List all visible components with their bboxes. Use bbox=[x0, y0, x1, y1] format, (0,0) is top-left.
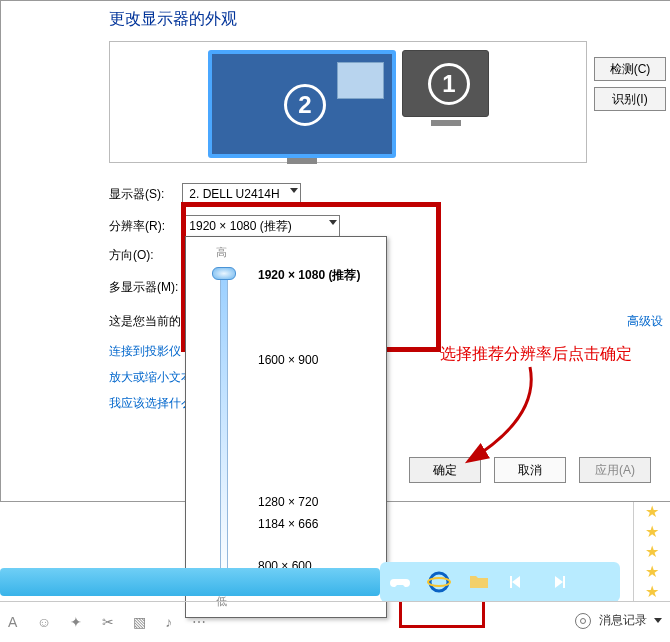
resolution-option[interactable]: 1184 × 666 bbox=[258, 517, 318, 531]
multi-display-label: 多显示器(M): bbox=[109, 279, 189, 296]
font-tool[interactable]: A bbox=[8, 614, 17, 630]
slider-thumb[interactable] bbox=[212, 267, 236, 280]
svg-rect-2 bbox=[510, 576, 512, 588]
star-icon[interactable]: ★ bbox=[634, 562, 670, 582]
monitor-2-preview[interactable]: 2 bbox=[208, 50, 396, 158]
orientation-label: 方向(O): bbox=[109, 247, 179, 264]
folder-icon[interactable] bbox=[467, 570, 491, 594]
resolution-dropdown[interactable]: 高 低 1920 × 1080 (推荐)1600 × 9001280 × 720… bbox=[185, 236, 387, 618]
more-tool[interactable]: ⋯ bbox=[192, 614, 206, 630]
detect-button[interactable]: 检测(C) bbox=[594, 57, 666, 81]
next-icon[interactable] bbox=[545, 570, 569, 594]
advanced-settings-link[interactable]: 高级设 bbox=[627, 313, 663, 330]
monitor-2-wallpaper-thumb bbox=[337, 62, 384, 99]
which-settings-link[interactable]: 我应该选择什么 bbox=[109, 395, 193, 412]
monitor-arrange-area[interactable]: 2 1 检测(C) 识别(I) bbox=[109, 41, 587, 163]
display-label: 显示器(S): bbox=[109, 186, 179, 203]
chat-toolbar: A ☺ ✦ ✂ ▧ ♪ ⋯ 消息记录 bbox=[0, 601, 670, 642]
resolution-combo-value: 1920 × 1080 (推荐) bbox=[189, 219, 291, 233]
message-log-label: 消息记录 bbox=[599, 613, 647, 627]
star-icon[interactable]: ★ bbox=[634, 502, 670, 522]
resolution-label: 分辨率(R): bbox=[109, 218, 179, 235]
svg-point-0 bbox=[430, 573, 448, 591]
cancel-button[interactable]: 取消 bbox=[494, 457, 566, 483]
display-row: 显示器(S): 2. DELL U2414H bbox=[109, 183, 301, 205]
svg-rect-3 bbox=[563, 576, 565, 588]
star-icon[interactable]: ★ bbox=[634, 542, 670, 562]
primary-display-note: 这是您当前的主 bbox=[109, 313, 193, 330]
gift-tool[interactable]: ✦ bbox=[70, 614, 82, 630]
resolution-row: 分辨率(R): 1920 × 1080 (推荐) bbox=[109, 215, 340, 237]
prev-icon[interactable] bbox=[506, 570, 530, 594]
monitor-2-number: 2 bbox=[284, 84, 326, 126]
apply-button[interactable]: 应用(A) bbox=[579, 457, 651, 483]
chevron-down-icon bbox=[290, 188, 298, 193]
chevron-down-icon bbox=[654, 618, 662, 623]
resolution-option[interactable]: 1600 × 900 bbox=[258, 353, 318, 367]
favorites-star-column: ★ ★ ★ ★ ★ bbox=[633, 502, 670, 602]
resolution-slider[interactable]: 高 低 bbox=[194, 245, 249, 609]
taskbar-blue-strip bbox=[0, 568, 380, 596]
taskbar-icon-group bbox=[380, 562, 620, 602]
multi-display-row: 多显示器(M): bbox=[109, 279, 189, 296]
screenshot-tool[interactable]: ✂ bbox=[102, 614, 114, 630]
star-icon[interactable]: ★ bbox=[634, 582, 670, 602]
ie-icon[interactable] bbox=[427, 570, 451, 594]
connect-projector-link[interactable]: 连接到投影仪 ( bbox=[109, 343, 188, 360]
taskbar bbox=[0, 562, 670, 602]
display-combo[interactable]: 2. DELL U2414H bbox=[182, 183, 300, 205]
image-tool[interactable]: ▧ bbox=[133, 614, 146, 630]
monitor-1-preview[interactable]: 1 bbox=[402, 50, 489, 117]
gear-icon bbox=[575, 613, 591, 629]
slider-track[interactable] bbox=[220, 269, 228, 585]
monitor-1-number: 1 bbox=[428, 63, 470, 105]
star-icon[interactable]: ★ bbox=[634, 522, 670, 542]
music-tool[interactable]: ♪ bbox=[165, 614, 172, 630]
slider-high-label: 高 bbox=[194, 245, 249, 260]
message-log-button[interactable]: 消息记录 bbox=[575, 612, 662, 629]
identify-button[interactable]: 识别(I) bbox=[594, 87, 666, 111]
display-combo-value: 2. DELL U2414H bbox=[189, 187, 279, 201]
text-scaling-link[interactable]: 放大或缩小文本 bbox=[109, 369, 193, 386]
gamepad-icon[interactable] bbox=[388, 570, 412, 594]
page-heading: 更改显示器的外观 bbox=[109, 9, 237, 30]
orientation-row: 方向(O): bbox=[109, 247, 179, 264]
emoji-tool[interactable]: ☺ bbox=[37, 614, 51, 630]
resolution-option[interactable]: 1920 × 1080 (推荐) bbox=[258, 267, 360, 284]
chevron-down-icon bbox=[329, 220, 337, 225]
ok-button[interactable]: 确定 bbox=[409, 457, 481, 483]
resolution-option[interactable]: 1280 × 720 bbox=[258, 495, 318, 509]
resolution-combo[interactable]: 1920 × 1080 (推荐) bbox=[182, 215, 340, 237]
annotation-text: 选择推荐分辨率后点击确定 bbox=[440, 344, 632, 365]
